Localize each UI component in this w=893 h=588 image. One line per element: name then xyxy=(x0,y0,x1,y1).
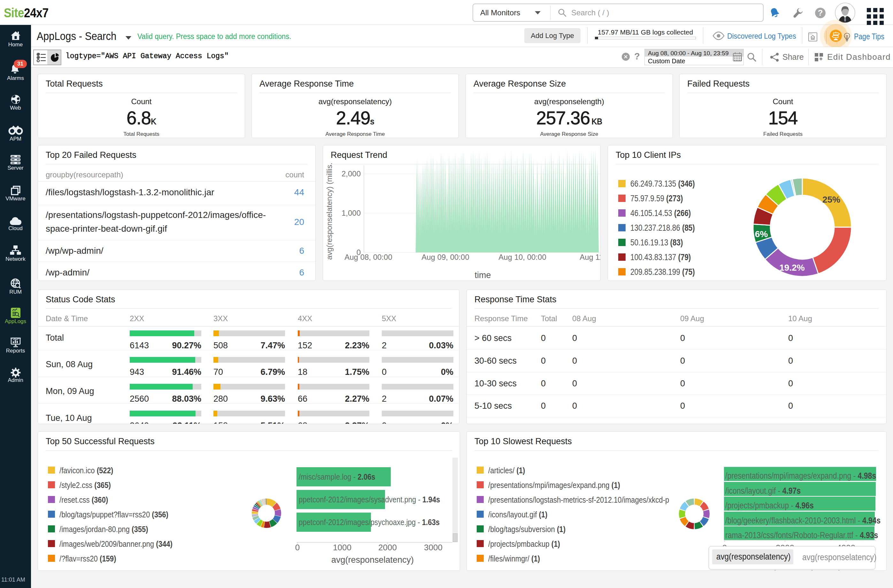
svg-text:Aug 11, 00:00: Aug 11, 00:00 xyxy=(580,253,601,262)
svg-text:3000: 3000 xyxy=(424,543,442,552)
svg-text:19.2%: 19.2% xyxy=(779,263,804,272)
svg-text:Aug 10, 00:00: Aug 10, 00:00 xyxy=(498,253,546,262)
svg-text:?: ? xyxy=(818,8,823,18)
svg-text:1,000: 1,000 xyxy=(341,209,361,217)
svg-text:avg(responselatency): avg(responselatency) xyxy=(331,555,414,565)
svg-text:2000: 2000 xyxy=(378,543,397,552)
svg-text:time: time xyxy=(475,270,491,280)
svg-text:1000: 1000 xyxy=(333,543,352,552)
svg-text:Aug 08, 00:00: Aug 08, 00:00 xyxy=(344,253,392,262)
svg-text:25%: 25% xyxy=(822,195,840,205)
svg-text:6%: 6% xyxy=(755,229,768,239)
svg-text:avg(responselatency) (millis.: avg(responselatency) (millis. xyxy=(325,162,334,260)
svg-text:Aug 09, 00:00: Aug 09, 00:00 xyxy=(421,253,469,262)
svg-text:2,000: 2,000 xyxy=(341,169,361,178)
svg-text:0: 0 xyxy=(295,543,300,552)
